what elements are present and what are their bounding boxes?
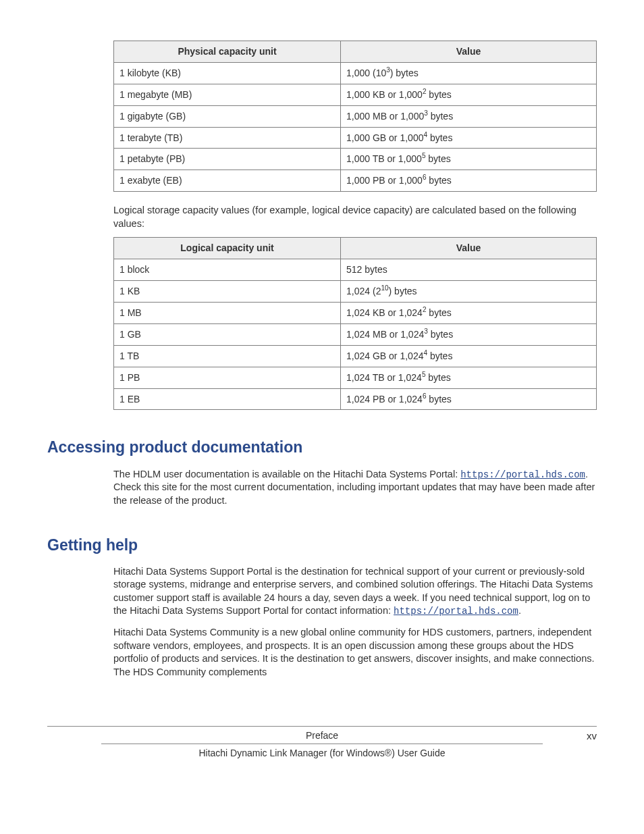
value-cell: 1,000 GB or 1,0004 bytes: [341, 127, 597, 149]
value-cell: 1,024 TB or 1,0245 bytes: [341, 367, 597, 388]
unit-cell: 1 KB: [114, 281, 341, 303]
unit-cell: 1 TB: [114, 345, 341, 367]
unit-cell: 1 EB: [114, 388, 341, 410]
unit-cell: 1 exabyte (EB): [114, 170, 341, 192]
unit-cell: 1 block: [114, 259, 341, 281]
table-row: 1 MB1,024 KB or 1,0242 bytes: [114, 303, 597, 324]
text: The HDLM user documentation is available…: [113, 469, 460, 479]
footer-section: Preface: [306, 730, 338, 741]
unit-cell: 1 petabyte (PB): [114, 149, 341, 170]
table-row: 1 TB1,024 GB or 1,0244 bytes: [114, 345, 597, 367]
unit-cell: 1 megabyte (MB): [114, 84, 341, 105]
physical-capacity-table: Physical capacity unit Value 1 kilobyte …: [113, 41, 597, 192]
section2-paragraph1: Hitachi Data Systems Support Portal is t…: [113, 565, 597, 619]
table-header: Value: [341, 238, 597, 259]
value-cell: 1,024 MB or 1,0243 bytes: [341, 323, 597, 345]
unit-cell: 1 GB: [114, 323, 341, 345]
table-row: 1 megabyte (MB)1,000 KB or 1,0002 bytes: [114, 84, 597, 105]
value-cell: 1,024 (210) bytes: [341, 281, 597, 303]
table-header: Logical capacity unit: [114, 238, 341, 259]
portal-link[interactable]: https://portal.hds.com: [460, 469, 585, 480]
value-cell: 1,000 MB or 1,0003 bytes: [341, 105, 597, 127]
table-row: 1 petabyte (PB)1,000 TB or 1,0005 bytes: [114, 149, 597, 170]
value-cell: 1,000 TB or 1,0005 bytes: [341, 149, 597, 170]
section2-paragraph2: Hitachi Data Systems Community is a new …: [113, 626, 597, 679]
unit-cell: 1 terabyte (TB): [114, 127, 341, 149]
value-cell: 1,024 GB or 1,0244 bytes: [341, 345, 597, 367]
page-footer: Preface xv Hitachi Dynamic Link Manager …: [47, 726, 597, 762]
value-cell: 1,000 KB or 1,0002 bytes: [341, 84, 597, 105]
table-header: Value: [341, 41, 597, 63]
table-row: 1 exabyte (EB)1,000 PB or 1,0006 bytes: [114, 170, 597, 192]
table-row: 1 GB1,024 MB or 1,0243 bytes: [114, 323, 597, 345]
value-cell: 512 bytes: [341, 259, 597, 281]
intertext: Logical storage capacity values (for exa…: [113, 204, 597, 230]
table-row: 1 gigabyte (GB)1,000 MB or 1,0003 bytes: [114, 105, 597, 127]
portal-link[interactable]: https://portal.hds.com: [394, 606, 518, 617]
unit-cell: 1 kilobyte (KB): [114, 62, 341, 84]
unit-cell: 1 PB: [114, 367, 341, 388]
value-cell: 1,000 (103) bytes: [341, 62, 597, 84]
text: .: [518, 605, 521, 616]
table-row: 1 EB1,024 PB or 1,0246 bytes: [114, 388, 597, 410]
section-heading-help: Getting help: [47, 535, 597, 556]
table-header: Physical capacity unit: [114, 41, 341, 63]
unit-cell: 1 MB: [114, 303, 341, 324]
value-cell: 1,024 PB or 1,0246 bytes: [341, 388, 597, 410]
section1-paragraph: The HDLM user documentation is available…: [113, 468, 597, 508]
unit-cell: 1 gigabyte (GB): [114, 105, 341, 127]
table-row: 1 PB1,024 TB or 1,0245 bytes: [114, 367, 597, 388]
value-cell: 1,000 PB or 1,0006 bytes: [341, 170, 597, 192]
footer-title: Hitachi Dynamic Link Manager (for Window…: [101, 744, 543, 762]
table-row: 1 kilobyte (KB)1,000 (103) bytes: [114, 62, 597, 84]
table-row: 1 KB1,024 (210) bytes: [114, 281, 597, 303]
logical-capacity-table: Logical capacity unit Value 1 block512 b…: [113, 237, 597, 410]
page-number: xv: [587, 729, 597, 743]
table-row: 1 terabyte (TB)1,000 GB or 1,0004 bytes: [114, 127, 597, 149]
value-cell: 1,024 KB or 1,0242 bytes: [341, 303, 597, 324]
section-heading-accessing: Accessing product documentation: [47, 437, 597, 458]
table-row: 1 block512 bytes: [114, 259, 597, 281]
